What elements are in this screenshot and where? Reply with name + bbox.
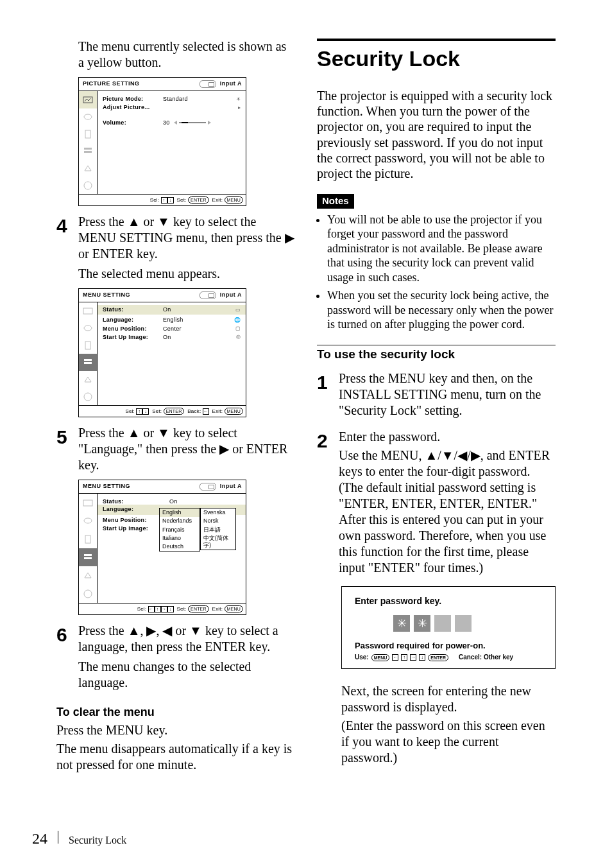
svg-rect-9: [84, 359, 92, 361]
step6-sub: The menu changes to the selected languag…: [78, 659, 295, 691]
fig1-vol-val: 30: [163, 119, 170, 126]
tab-set-icon: [79, 125, 97, 143]
step4-text: Press the ▲ or ▼ key to select the MENU …: [78, 214, 295, 262]
tab-install-icon: [79, 566, 97, 584]
page-footer: 24 Security Lock: [32, 830, 126, 847]
pw-box: ✳: [414, 615, 430, 632]
tab-install-icon: [79, 371, 97, 388]
fig1-title: PICTURE SETTING: [83, 80, 140, 87]
down-key-icon: ↓: [419, 654, 425, 661]
notes-label: Notes: [317, 194, 354, 209]
fig2-title: MENU SETTING: [83, 291, 130, 299]
notes-list: You will not be able to use the projecto…: [317, 213, 556, 332]
intro-para: The projector is equipped with a securit…: [317, 88, 556, 182]
pw-box: [434, 615, 451, 632]
note-item: You will not be able to use the projecto…: [327, 213, 556, 285]
svg-rect-4: [84, 151, 92, 153]
svg-rect-15: [84, 554, 92, 556]
tab-menu-icon: [79, 548, 97, 566]
pwdlg-cancel: Cancel: Other key: [459, 654, 513, 662]
svg-point-13: [84, 518, 92, 523]
rstep2-lead: Enter the password.: [339, 429, 556, 445]
section-heading: Security Lock: [317, 45, 556, 73]
svg-point-7: [84, 326, 92, 331]
tab-input-icon: [79, 108, 97, 126]
fig2-hl-val: On: [160, 306, 232, 313]
svg-rect-10: [84, 362, 92, 364]
fig1-r2-lbl: Adjust Picture...: [103, 104, 160, 111]
tab-set-icon: [79, 530, 97, 548]
svg-rect-14: [85, 535, 90, 543]
step6-number: 6: [56, 623, 78, 647]
rstep2-body: Use the MENU, ▲/▼/◀/▶, and ENTER keys to…: [339, 447, 556, 576]
left-key-icon: ←: [392, 654, 398, 661]
menu-key-icon: MENU: [371, 654, 390, 661]
tab-picture-icon: [79, 494, 97, 512]
clear-menu-heading: To clear the menu: [56, 705, 295, 720]
rstep1-number: 1: [317, 370, 339, 395]
tab-info-icon: [79, 388, 97, 405]
fig1-vol-lbl: Volume:: [103, 119, 160, 126]
subsection-rule: [317, 345, 556, 345]
tab-input-icon: [79, 512, 97, 530]
fig1-r1-val: Standard: [160, 96, 232, 103]
fig1-r1-lbl: Picture Mode:: [103, 96, 160, 103]
after-text2: (Enter the password on this screen even …: [341, 718, 556, 766]
language-dropdown-col2: Svenska Norsk 日本語 中文(简体字): [200, 508, 236, 550]
tab-info-icon: [79, 177, 97, 194]
tab-set-icon: [79, 336, 97, 354]
pwdlg-use: Use: MENU ← ↑ → ↓ ENTER Cancel: Other ke…: [355, 654, 542, 662]
subsection-heading: To use the security lock: [317, 347, 556, 362]
password-dialog: Enter password key. ✳ ✳ Password require…: [341, 586, 556, 668]
up-key-icon: ↑: [401, 654, 407, 661]
fig3-footer: Sel: ←↑→↓ Set: ENTER Exit: MENU: [79, 603, 246, 614]
note-item: When you set the security lock being act…: [327, 288, 556, 332]
figure-menu-setting-2: MENU SETTING Input A Status:On Langua: [78, 480, 246, 615]
figure-menu-setting-1: MENU SETTING Input A Status:On▭ Langu: [78, 288, 246, 417]
step4-number: 4: [56, 214, 78, 238]
fig3-title: MENU SETTING: [83, 483, 130, 490]
fig1-source: Input A: [220, 80, 242, 87]
rstep1-text: Press the MENU key and then, on the INST…: [339, 370, 556, 419]
svg-rect-12: [83, 500, 92, 506]
svg-rect-6: [83, 308, 92, 314]
tab-picture-icon: [79, 91, 97, 108]
svg-point-17: [84, 590, 92, 598]
tab-info-icon: [79, 585, 97, 603]
volume-slider-icon: [174, 121, 211, 125]
svg-point-5: [84, 182, 92, 189]
svg-rect-2: [85, 130, 90, 138]
pwdlg-title: Enter password key.: [355, 596, 542, 607]
svg-rect-16: [84, 557, 92, 559]
svg-point-1: [84, 114, 92, 119]
intro-text: The menu currently selected is shown as …: [78, 39, 295, 71]
fig2-footer: Sel: ↑↓ Set: ENTER Back: ← Exit: MENU: [79, 405, 246, 417]
svg-rect-3: [84, 148, 92, 150]
tab-menu-icon: [79, 354, 97, 371]
section-rule: [317, 39, 556, 41]
right-key-icon: →: [410, 654, 416, 661]
step4-sub: The selected menu appears.: [78, 266, 295, 282]
footer-title: Security Lock: [69, 835, 126, 846]
pw-box: [455, 615, 472, 632]
enter-key-icon: ENTER: [428, 654, 448, 661]
password-boxes: ✳ ✳: [393, 615, 542, 632]
page-number: 24: [32, 830, 47, 847]
fig2-hl-lbl: Status:: [103, 306, 160, 313]
figure-picture-setting: PICTURE SETTING Input A Picture Mode:Sta…: [78, 77, 246, 206]
svg-rect-8: [85, 342, 90, 349]
step5-text: Press the ▲ or ▼ key to select "Language…: [78, 425, 295, 473]
fig1-footer: Sel: ↑↓ Set: ENTER Exit: MENU: [79, 194, 246, 205]
language-dropdown-col1: English Nederlands Français Italiano Deu…: [159, 508, 200, 551]
svg-point-11: [84, 393, 92, 401]
fig3-source: Input A: [220, 483, 242, 490]
tab-install-icon: [79, 160, 97, 177]
clear-menu-p2: The menu disappears automatically if a k…: [56, 741, 295, 773]
after-text1: Next, the screen for entering the new pa…: [341, 683, 556, 715]
tab-menu-icon: [79, 143, 97, 160]
pw-box: ✳: [393, 615, 410, 632]
fig2-source: Input A: [220, 291, 242, 299]
clear-menu-p1: Press the MENU key.: [56, 722, 295, 738]
step6-text: Press the ▲, ▶, ◀ or ▼ key to select a l…: [78, 623, 295, 655]
rstep2-number: 2: [317, 429, 339, 453]
